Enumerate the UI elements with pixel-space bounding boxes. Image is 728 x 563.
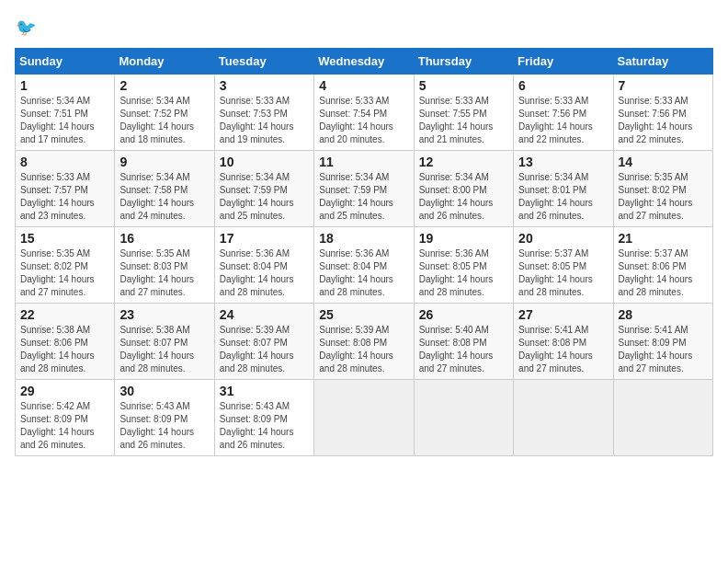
col-header-thursday: Thursday (414, 49, 513, 75)
calendar-cell: 30Sunrise: 5:43 AMSunset: 8:09 PMDayligh… (115, 380, 214, 456)
calendar-cell: 6Sunrise: 5:33 AMSunset: 7:56 PMDaylight… (514, 75, 613, 151)
day-number: 21 (619, 231, 708, 246)
calendar-cell: 26Sunrise: 5:40 AMSunset: 8:08 PMDayligh… (414, 304, 513, 380)
cell-content: Sunrise: 5:37 AMSunset: 8:05 PMDaylight:… (518, 247, 608, 299)
day-number: 28 (619, 307, 708, 322)
day-number: 8 (20, 155, 109, 169)
calendar-cell: 4Sunrise: 5:33 AMSunset: 7:54 PMDaylight… (314, 75, 414, 151)
day-number: 5 (419, 78, 508, 93)
day-number: 31 (220, 384, 309, 398)
calendar-cell: 29Sunrise: 5:42 AMSunset: 8:09 PMDayligh… (16, 380, 115, 456)
calendar-cell: 27Sunrise: 5:41 AMSunset: 8:08 PMDayligh… (514, 304, 613, 380)
day-number: 19 (419, 231, 508, 246)
cell-content: Sunrise: 5:35 AMSunset: 8:02 PMDaylight:… (619, 171, 708, 223)
calendar-cell: 21Sunrise: 5:37 AMSunset: 8:06 PMDayligh… (613, 227, 712, 304)
calendar-cell: 13Sunrise: 5:34 AMSunset: 8:01 PMDayligh… (514, 151, 613, 227)
day-number: 30 (119, 384, 209, 398)
day-number: 6 (518, 78, 608, 93)
cell-content: Sunrise: 5:39 AMSunset: 8:08 PMDaylight:… (319, 324, 408, 375)
calendar-cell: 28Sunrise: 5:41 AMSunset: 8:09 PMDayligh… (613, 304, 712, 380)
cell-content: Sunrise: 5:37 AMSunset: 8:06 PMDaylight:… (619, 247, 708, 299)
calendar-cell: 25Sunrise: 5:39 AMSunset: 8:08 PMDayligh… (314, 304, 414, 380)
col-header-sunday: Sunday (16, 49, 115, 75)
day-number: 7 (619, 78, 708, 93)
week-row-3: 15Sunrise: 5:35 AMSunset: 8:02 PMDayligh… (16, 227, 713, 304)
calendar-cell: 18Sunrise: 5:36 AMSunset: 8:04 PMDayligh… (314, 227, 414, 304)
calendar-cell: 1Sunrise: 5:34 AMSunset: 7:51 PMDaylight… (16, 75, 115, 151)
cell-content: Sunrise: 5:35 AMSunset: 8:02 PMDaylight:… (20, 247, 109, 299)
day-number: 29 (20, 384, 109, 398)
day-number: 15 (20, 231, 109, 246)
calendar-cell: 9Sunrise: 5:34 AMSunset: 7:58 PMDaylight… (115, 151, 214, 227)
calendar-cell (314, 380, 414, 456)
day-number: 16 (119, 231, 209, 246)
col-header-friday: Friday (514, 49, 613, 75)
week-row-5: 29Sunrise: 5:42 AMSunset: 8:09 PMDayligh… (16, 380, 713, 456)
cell-content: Sunrise: 5:33 AMSunset: 7:55 PMDaylight:… (419, 95, 508, 146)
calendar-cell: 8Sunrise: 5:33 AMSunset: 7:57 PMDaylight… (16, 151, 115, 227)
cell-content: Sunrise: 5:33 AMSunset: 7:56 PMDaylight:… (619, 95, 708, 146)
cell-content: Sunrise: 5:34 AMSunset: 7:59 PMDaylight:… (220, 171, 309, 223)
cell-content: Sunrise: 5:43 AMSunset: 8:09 PMDaylight:… (119, 400, 209, 452)
calendar-cell (514, 380, 613, 456)
col-header-monday: Monday (115, 49, 214, 75)
col-header-tuesday: Tuesday (214, 49, 313, 75)
calendar-cell: 22Sunrise: 5:38 AMSunset: 8:06 PMDayligh… (16, 304, 115, 380)
cell-content: Sunrise: 5:41 AMSunset: 8:09 PMDaylight:… (619, 324, 708, 375)
cell-content: Sunrise: 5:36 AMSunset: 8:05 PMDaylight:… (419, 247, 508, 299)
calendar-cell: 2Sunrise: 5:34 AMSunset: 7:52 PMDaylight… (115, 75, 214, 151)
cell-content: Sunrise: 5:34 AMSunset: 8:01 PMDaylight:… (518, 171, 608, 223)
cell-content: Sunrise: 5:34 AMSunset: 7:58 PMDaylight:… (119, 171, 209, 223)
calendar-cell (613, 380, 712, 456)
day-number: 12 (419, 155, 508, 169)
day-number: 17 (220, 231, 309, 246)
logo-icon: 🐦 (15, 15, 40, 40)
cell-content: Sunrise: 5:38 AMSunset: 8:07 PMDaylight:… (119, 324, 209, 375)
cell-content: Sunrise: 5:33 AMSunset: 7:54 PMDaylight:… (319, 95, 408, 146)
header-row: SundayMondayTuesdayWednesdayThursdayFrid… (16, 49, 713, 75)
calendar-cell: 5Sunrise: 5:33 AMSunset: 7:55 PMDaylight… (414, 75, 513, 151)
week-row-4: 22Sunrise: 5:38 AMSunset: 8:06 PMDayligh… (16, 304, 713, 380)
cell-content: Sunrise: 5:41 AMSunset: 8:08 PMDaylight:… (518, 324, 608, 375)
cell-content: Sunrise: 5:36 AMSunset: 8:04 PMDaylight:… (319, 247, 408, 299)
calendar-cell: 31Sunrise: 5:43 AMSunset: 8:09 PMDayligh… (214, 380, 313, 456)
cell-content: Sunrise: 5:43 AMSunset: 8:09 PMDaylight:… (220, 400, 309, 452)
col-header-wednesday: Wednesday (314, 49, 414, 75)
week-row-1: 1Sunrise: 5:34 AMSunset: 7:51 PMDaylight… (16, 75, 713, 151)
day-number: 1 (20, 78, 109, 93)
logo: 🐦 (15, 15, 44, 40)
calendar-cell: 15Sunrise: 5:35 AMSunset: 8:02 PMDayligh… (16, 227, 115, 304)
day-number: 13 (518, 155, 608, 169)
cell-content: Sunrise: 5:38 AMSunset: 8:06 PMDaylight:… (20, 324, 109, 375)
calendar-cell: 24Sunrise: 5:39 AMSunset: 8:07 PMDayligh… (214, 304, 313, 380)
week-row-2: 8Sunrise: 5:33 AMSunset: 7:57 PMDaylight… (16, 151, 713, 227)
calendar-cell: 12Sunrise: 5:34 AMSunset: 8:00 PMDayligh… (414, 151, 513, 227)
calendar-cell: 10Sunrise: 5:34 AMSunset: 7:59 PMDayligh… (214, 151, 313, 227)
cell-content: Sunrise: 5:36 AMSunset: 8:04 PMDaylight:… (220, 247, 309, 299)
cell-content: Sunrise: 5:40 AMSunset: 8:08 PMDaylight:… (419, 324, 508, 375)
day-number: 9 (119, 155, 209, 169)
calendar-cell: 17Sunrise: 5:36 AMSunset: 8:04 PMDayligh… (214, 227, 313, 304)
calendar-cell: 14Sunrise: 5:35 AMSunset: 8:02 PMDayligh… (613, 151, 712, 227)
day-number: 10 (220, 155, 309, 169)
calendar-cell: 16Sunrise: 5:35 AMSunset: 8:03 PMDayligh… (115, 227, 214, 304)
cell-content: Sunrise: 5:35 AMSunset: 8:03 PMDaylight:… (119, 247, 209, 299)
day-number: 18 (319, 231, 408, 246)
calendar-cell: 19Sunrise: 5:36 AMSunset: 8:05 PMDayligh… (414, 227, 513, 304)
day-number: 20 (518, 231, 608, 246)
header: 🐦 (15, 15, 713, 40)
cell-content: Sunrise: 5:39 AMSunset: 8:07 PMDaylight:… (220, 324, 309, 375)
day-number: 23 (119, 307, 209, 322)
col-header-saturday: Saturday (613, 49, 712, 75)
day-number: 3 (220, 78, 309, 93)
day-number: 11 (319, 155, 408, 169)
cell-content: Sunrise: 5:34 AMSunset: 7:51 PMDaylight:… (20, 95, 109, 146)
calendar-cell (414, 380, 513, 456)
day-number: 26 (419, 307, 508, 322)
cell-content: Sunrise: 5:34 AMSunset: 7:59 PMDaylight:… (319, 171, 408, 223)
day-number: 4 (319, 78, 408, 93)
day-number: 14 (619, 155, 708, 169)
day-number: 2 (119, 78, 209, 93)
calendar-cell: 3Sunrise: 5:33 AMSunset: 7:53 PMDaylight… (214, 75, 313, 151)
cell-content: Sunrise: 5:34 AMSunset: 8:00 PMDaylight:… (419, 171, 508, 223)
